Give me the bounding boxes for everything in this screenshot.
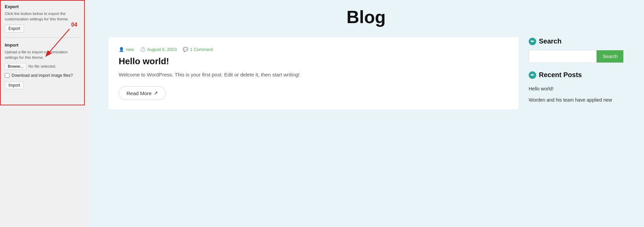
search-widget: ✏ Search Search <box>529 37 624 63</box>
post-meta: 👤 new 🕐 August 6, 2023 💬 1 Comment <box>119 47 508 52</box>
posts-column: 👤 new 🕐 August 6, 2023 💬 1 Comment Hello <box>109 37 519 217</box>
post-author: new <box>126 47 134 52</box>
post-author-meta: 👤 new <box>119 47 134 52</box>
sidebar-column: ✏ Search Search ✏ Recent Posts He <box>529 37 624 217</box>
author-icon: 👤 <box>119 47 124 52</box>
clock-icon: 🕐 <box>140 47 145 52</box>
main-content: Blog 👤 new 🕐 August 6, 2023 <box>88 0 644 227</box>
recent-posts-list: Hello world! Worden and his team have ap… <box>529 84 624 105</box>
content-area: 👤 new 🕐 August 6, 2023 💬 1 Comment Hello <box>88 37 644 227</box>
read-more-button[interactable]: Read More ↗ <box>119 86 166 100</box>
post-excerpt: Welcome to WordPress. This is your first… <box>119 71 508 79</box>
post-comments-meta: 💬 1 Comment <box>183 47 213 52</box>
import-description: Upload a file to import customization se… <box>5 49 80 60</box>
comment-icon: 💬 <box>183 47 188 52</box>
post-date: August 6, 2023 <box>147 47 177 52</box>
search-widget-title: ✏ Search <box>529 37 624 45</box>
recent-posts-widget-icon: ✏ <box>529 71 536 79</box>
post-card: 👤 new 🕐 August 6, 2023 💬 1 Comment Hello <box>109 37 519 109</box>
post-date-meta: 🕐 August 6, 2023 <box>140 47 177 52</box>
search-widget-icon: ✏ <box>529 38 536 45</box>
export-title: Export <box>5 4 80 9</box>
export-button[interactable]: Export <box>5 24 24 33</box>
left-panel: Export Click the button below to export … <box>0 0 88 227</box>
search-button[interactable]: Search <box>597 50 624 63</box>
export-import-panel: Export Click the button below to export … <box>0 0 85 105</box>
read-more-arrow: ↗ <box>154 90 158 96</box>
list-item[interactable]: Worden and his team have applied new <box>529 95 624 106</box>
read-more-label: Read More <box>126 90 152 96</box>
blog-title: Blog <box>88 7 644 27</box>
download-images-row: Download and import image files? <box>5 73 80 78</box>
post-title: Hello world! <box>119 56 508 67</box>
download-images-label: Download and import image files? <box>12 73 73 78</box>
recent-posts-widget-title: ✏ Recent Posts <box>529 71 624 79</box>
search-box: Search <box>529 50 624 63</box>
blog-header: Blog <box>88 0 644 37</box>
file-upload-row: Browse... No file selected. <box>5 63 80 70</box>
import-button[interactable]: Import <box>5 81 24 89</box>
post-comments: 1 Comment <box>190 47 213 52</box>
download-images-checkbox[interactable] <box>5 73 9 78</box>
browse-button[interactable]: Browse... <box>5 63 26 70</box>
no-file-label: No file selected. <box>28 64 56 68</box>
list-item[interactable]: Hello world! <box>529 84 624 95</box>
search-input[interactable] <box>529 50 597 63</box>
export-description: Click the button below to export the cus… <box>5 11 80 22</box>
recent-posts-widget: ✏ Recent Posts Hello world! Worden and h… <box>529 71 624 105</box>
import-title: Import <box>5 42 80 48</box>
